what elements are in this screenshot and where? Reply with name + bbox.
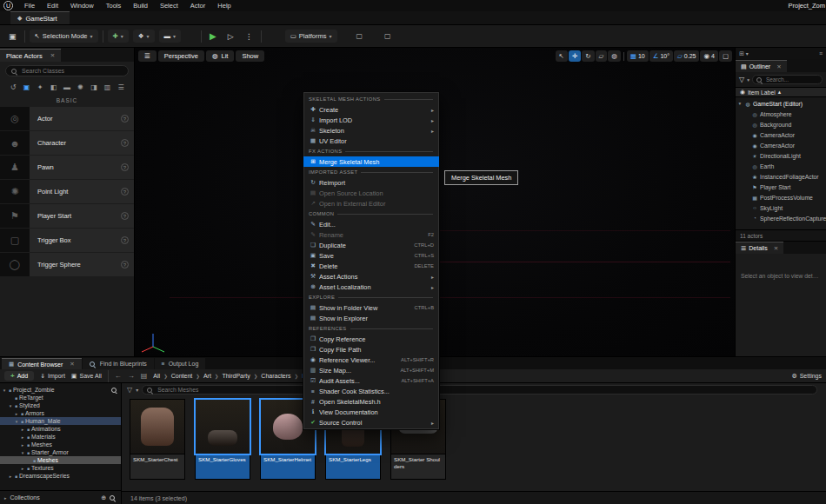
viewport-options-button[interactable]: ☰: [138, 50, 157, 62]
quick-add-dropdown[interactable]: ✚ ▾: [108, 30, 129, 43]
add-collection-icon[interactable]: ⊕: [101, 494, 106, 501]
outliner-row-cameraactor[interactable]: ◉CameraActor: [736, 129, 826, 140]
geometry-icon[interactable]: ◨: [89, 82, 99, 92]
save-all-button[interactable]: ▣ Save All: [71, 373, 102, 380]
close-icon[interactable]: ✕: [50, 52, 55, 59]
square-tool-icon-2[interactable]: ▢: [382, 30, 394, 42]
outliner-row-directionallight[interactable]: ☀DirectionalLight: [736, 150, 826, 161]
rotate-tool-icon[interactable]: ↻: [582, 50, 594, 62]
place-item-pawn[interactable]: ♟Pawn?: [0, 156, 134, 179]
move-tool-icon[interactable]: ✛: [569, 50, 581, 62]
camera-speed-button[interactable]: ◉4: [700, 50, 717, 62]
menu-item-show-in-folder-view[interactable]: ▤Show in Folder ViewCTRL+B: [303, 302, 439, 313]
place-item-trigger-sphere[interactable]: ◯Trigger Sphere?: [0, 253, 134, 276]
outliner-row-gamestart-editor[interactable]: ▾◍GameStart (Editor): [736, 98, 826, 109]
outliner-row-background[interactable]: ◎Background: [736, 119, 826, 129]
blueprints-dropdown[interactable]: ❖ ▾: [133, 30, 155, 43]
tab-find-in-blueprints[interactable]: Find in Blueprints: [83, 358, 154, 369]
platforms-dropdown[interactable]: ▭ Platforms ▾: [285, 30, 337, 43]
perspective-dropdown[interactable]: Perspective: [158, 50, 204, 62]
menu-select[interactable]: Select: [154, 2, 184, 10]
item-label-column-header[interactable]: ◉ Item Label ▴: [736, 87, 826, 97]
search-icon[interactable]: [110, 494, 117, 501]
basic-icon[interactable]: ▣: [22, 82, 32, 92]
menu-file[interactable]: File: [18, 2, 41, 10]
folder-stylized[interactable]: ▾■Stylized: [0, 401, 121, 409]
frame-skip-button[interactable]: ▷: [224, 30, 237, 43]
visual-effects-icon[interactable]: ✺: [76, 82, 86, 92]
menu-item-reimport[interactable]: ↻Reimport: [303, 177, 439, 188]
menu-item-duplicate[interactable]: ❏DuplicateCTRL+D: [303, 240, 439, 250]
folder-animations[interactable]: ▸■Animations: [0, 425, 121, 433]
selection-mode-dropdown[interactable]: ↖ Selection Mode ▾: [30, 30, 98, 43]
import-button[interactable]: ⇓ Import: [40, 373, 65, 380]
folder-textures[interactable]: ▸■Textures: [0, 464, 121, 472]
cinematic-icon[interactable]: ▬: [62, 82, 72, 92]
unreal-logo-icon[interactable]: U: [3, 1, 13, 10]
menu-tools[interactable]: Tools: [100, 2, 128, 10]
menu-item-asset-actions[interactable]: ⚒Asset Actions▸: [303, 271, 439, 282]
volumes-icon[interactable]: ▥: [103, 82, 113, 92]
lit-dropdown[interactable]: ◍ Lit: [206, 50, 234, 62]
outliner-search-input[interactable]: Search...: [752, 75, 823, 84]
breadcrumb-content[interactable]: Content: [171, 373, 193, 379]
tab-level-gamestart[interactable]: ◆ GameStart: [10, 11, 70, 24]
settings-button[interactable]: ⚙ Settings: [791, 373, 822, 380]
search-classes-input[interactable]: Search Classes: [5, 65, 129, 76]
menu-item-copy-file-path[interactable]: ❐Copy File Path: [303, 344, 439, 355]
search-icon[interactable]: [111, 387, 118, 394]
outliner-row-instancedfoliageactor[interactable]: ❀InstancedFoliageActor: [736, 171, 826, 182]
menu-item-size-map[interactable]: ▥Size Map...ALT+SHIFT+M: [303, 365, 439, 375]
breadcrumb-art[interactable]: Art: [203, 373, 211, 379]
folder-human-male[interactable]: ▾■Human_Male: [0, 417, 121, 425]
menu-item-create[interactable]: ✚Create▸: [303, 104, 439, 115]
cinematics-dropdown[interactable]: ▬ ▾: [159, 30, 182, 43]
shapes-icon[interactable]: ◧: [49, 82, 59, 92]
world-space-icon[interactable]: ◍: [608, 50, 621, 62]
menu-build[interactable]: Build: [127, 2, 154, 10]
menu-item-audit-assets[interactable]: ☑Audit Assets...ALT+SHIFT+A: [303, 375, 439, 386]
menu-item-edit[interactable]: ✎Edit...: [303, 219, 439, 229]
close-icon[interactable]: ✕: [776, 63, 781, 70]
menu-item-import-lod[interactable]: ⇓Import LOD▸: [303, 115, 439, 125]
menu-item-source-control[interactable]: ✔Source Control▸: [303, 417, 439, 428]
menu-item-uv-editor[interactable]: ▦UV Editor: [303, 136, 439, 146]
play-options-button[interactable]: ⋮: [242, 30, 256, 43]
add-button[interactable]: + Add: [4, 371, 34, 381]
play-button[interactable]: ▶: [206, 30, 220, 43]
menu-item-view-documentation[interactable]: ℹView Documentation: [303, 407, 439, 417]
save-level-icon[interactable]: ▣: [5, 30, 20, 43]
close-icon[interactable]: ✕: [774, 245, 778, 252]
place-item-player-start[interactable]: ⚑Player Start?: [0, 204, 134, 228]
show-dropdown[interactable]: Show: [236, 50, 264, 62]
filter-funnel-icon[interactable]: ▽: [127, 386, 132, 394]
menu-item-delete[interactable]: ✖DeleteDELETE: [303, 261, 439, 271]
folder-meshes[interactable]: ■Meshes: [0, 456, 121, 464]
chevron-down-icon[interactable]: ▾: [746, 51, 749, 56]
menu-item-asset-localization[interactable]: ⊕Asset Localization▸: [303, 282, 439, 292]
folder-dreamscapeseries[interactable]: ▸■DreamscapeSeries: [0, 472, 121, 480]
folder-materials[interactable]: ▸■Materials: [0, 433, 121, 441]
menu-actor[interactable]: Actor: [184, 2, 212, 10]
asset-skm-starterchest[interactable]: SKM_StarterChest: [130, 399, 185, 480]
all-classes-icon[interactable]: ☰: [116, 82, 126, 92]
place-item-actor[interactable]: ◎Actor?: [0, 107, 134, 130]
tab-output-log[interactable]: ≡Output Log: [155, 358, 205, 369]
outliner-row-atmosphere[interactable]: ◎Atmosphere: [736, 109, 826, 119]
place-item-point-light[interactable]: ✺Point Light?: [0, 180, 134, 203]
breadcrumb-all[interactable]: All: [153, 373, 160, 379]
panel-menu-icon[interactable]: ≡: [819, 50, 823, 56]
menu-item-skeleton[interactable]: ☠Skeleton▸: [303, 125, 439, 136]
square-tool-icon-1[interactable]: ▢: [354, 30, 366, 42]
folder-meshes[interactable]: ▸■Meshes: [0, 441, 121, 448]
place-item-character[interactable]: ☻Character?: [0, 131, 134, 155]
outliner-row-skylight[interactable]: ☼SkyLight: [736, 202, 826, 213]
menu-item-open-skeletalmesh-h[interactable]: #Open SkeletalMesh.h: [303, 396, 439, 407]
menu-item-merge-skeletal-mesh[interactable]: ⊞Merge Skeletal Mesh: [303, 156, 439, 167]
folder-tree-icon[interactable]: ▤: [141, 372, 148, 380]
folder-armors[interactable]: ▸■Armors: [0, 409, 121, 417]
scale-tool-icon[interactable]: ▱: [596, 50, 608, 62]
outliner-row-earth[interactable]: ◎Earth: [736, 161, 826, 171]
tab-place-actors[interactable]: Place Actors ✕: [0, 49, 61, 62]
filter-funnel-icon[interactable]: ▽: [739, 76, 744, 83]
